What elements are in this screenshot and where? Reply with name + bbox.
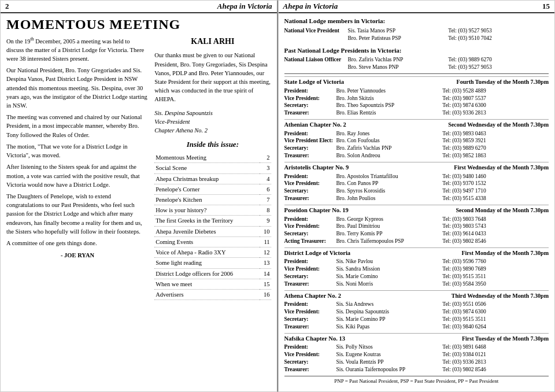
- chapter-block: District Lodge of Victoria First Monday …: [284, 247, 549, 288]
- officer-phone: Tel: (03) 9802 8546: [442, 366, 549, 373]
- past-nat-lodge-title: Past National Lodge Presidents in Victor…: [284, 46, 549, 55]
- chapter-header: Nafsika Chapter No. 13 First Tuesday of …: [284, 333, 549, 343]
- chapter-meeting-time: First Wednesday of the Month 7.30pm: [454, 164, 549, 172]
- toc-row: Ahepa Juvenile Diebetes10: [154, 226, 271, 236]
- chapter-block: State Lodge of Victoria Fourth Tuesday o…: [284, 76, 549, 117]
- toc-row: Momentous Meeting2: [154, 153, 271, 163]
- officer-role: Treasurer:: [284, 152, 336, 160]
- signature-role: Vice-President: [154, 117, 271, 126]
- left-header-title: Ahepa in Victoria: [217, 2, 272, 11]
- officer-role: Secretary:: [284, 316, 336, 323]
- officer-role: President:: [284, 87, 336, 95]
- nat-lodge-empty: [284, 35, 348, 42]
- officer-phone: Tel: (03) 9807 5537: [442, 95, 549, 102]
- officer-name: Bro. John Skitzis: [336, 95, 443, 102]
- toc-label: Ahepa Christmas breakup: [154, 173, 259, 184]
- officer-name: Bro. Theo Sapountzis PSP: [336, 102, 443, 109]
- officer-phone: Tel: (03) 9859 3921: [442, 137, 549, 145]
- chapter-meeting-time: First Monday of the Month 7.30pm: [461, 249, 549, 257]
- toc-row: The first Greeks in the Territory9: [154, 216, 271, 226]
- officer-role: Acting Treasurer:: [284, 238, 336, 245]
- chapter-block: Athenian Chapter No. 2 Second Wednesday …: [284, 119, 549, 160]
- past-nat-lodge-section: National Liaison Officer Bro. Zafiris Va…: [284, 56, 549, 71]
- toc-label: Some light reading: [154, 258, 259, 268]
- officer-role: Vice President:: [284, 180, 336, 187]
- chapter-header: District Lodge of Victoria First Monday …: [284, 247, 549, 258]
- main-title: MOMENTOUS MEETING: [6, 17, 271, 32]
- officer-name: Sis. Ourania Taifernopoulos PP: [336, 366, 443, 373]
- joe-ryan: - JOE RYAN: [6, 251, 149, 260]
- left-column: On the 19th December, 2005 a meeting was…: [6, 36, 149, 300]
- signature-block: Sis. Despina Sapountzis Vice-President C…: [154, 109, 271, 135]
- toc-table: Momentous Meeting2Social Scene3Ahepa Chr…: [154, 153, 271, 300]
- chapter-meeting-time: Fourth Tuesday of the Month 7.30pm: [457, 78, 549, 86]
- officer-role: President:: [284, 343, 336, 351]
- toc-label: When we meet: [154, 279, 259, 289]
- toc-row: Social Scene3: [154, 163, 271, 173]
- officer-phone: Tel: (03) 9515 3511: [442, 316, 549, 323]
- signature-chapter: Chapter Athena No. 2: [154, 126, 271, 135]
- chapter-meeting-time: First Tuesday of the Month 7.30pm: [462, 335, 549, 343]
- right-content: National Lodge members in Victoria: Nati…: [279, 13, 555, 391]
- officer-name: Bro. Solon Andreou: [336, 152, 443, 160]
- officer-phone: Tel: (03) 9614 0433: [442, 230, 549, 238]
- officer-role: President:: [284, 216, 336, 223]
- toc-page: 15: [260, 279, 271, 289]
- toc-row: Penelope's Corner6: [154, 184, 271, 194]
- toc-page: 3: [260, 163, 271, 173]
- officers-grid: President:Sis. Nike PavlouTel: (03) 9596…: [284, 258, 549, 287]
- officer-name: Sis. Noni Morris: [336, 280, 443, 288]
- nat-lodge-entry: National Vice President Sis. Tasia Manos…: [284, 27, 549, 42]
- chapter-name: Athenian Chapter No. 2: [284, 121, 346, 130]
- nat-lodge-phone2: Tel: (03) 9510 7042: [448, 35, 549, 42]
- officer-phone: Tel: (03) 9515 3511: [442, 273, 549, 280]
- toc-label: District Lodge officers for 2006: [154, 268, 259, 279]
- officers-grid: President:Bro. George KypreosTel: (03) 9…: [284, 216, 549, 245]
- right-page-number: 15: [542, 2, 550, 11]
- officer-phone: Tel: (03) 9803 5743: [442, 223, 549, 230]
- officer-role: Treasurer:: [284, 366, 336, 373]
- officers-grid: President:Bro. Apostolos TriantafillouTe…: [284, 173, 549, 202]
- officer-role: Vice President:: [284, 351, 336, 358]
- chapter-name: State Lodge of Victoria: [284, 78, 345, 87]
- officer-role: Secretary:: [284, 187, 336, 195]
- para-7: A committee of one gets things done.: [6, 239, 149, 247]
- toc-row: Penelope's Kitchen7: [154, 194, 271, 205]
- toc-page: 10: [260, 226, 271, 236]
- right-page: Ahepa in Victoria 15 National Lodge memb…: [278, 0, 556, 392]
- toc-page: 9: [260, 216, 271, 226]
- para-5: After listening to the Sisters speak for…: [6, 162, 149, 189]
- toc-page: 7: [260, 194, 271, 205]
- signature-name: Sis. Despina Sapountzis: [154, 109, 271, 117]
- chapters-section: State Lodge of Victoria Fourth Tuesday o…: [284, 76, 549, 373]
- officers-grid: President:Bro. Ray JonesTel: (03) 9893 0…: [284, 130, 549, 160]
- toc-page: 11: [260, 236, 271, 247]
- officer-phone: Tel: (03) 9336 2813: [442, 109, 549, 117]
- officer-phone: Tel: (03) 9584 3950: [442, 280, 549, 288]
- officer-phone: Tel: (03) 9515 4338: [442, 195, 549, 202]
- officer-role: Treasurer:: [284, 109, 336, 117]
- para-6: The Daughters of Penelope, wish to exten…: [6, 192, 149, 236]
- officer-phone: Tel: (03) 9803 7648: [442, 216, 549, 223]
- para-4: The motion, "That we vote for a District…: [6, 142, 149, 160]
- officer-name: Sis. Sandra Mission: [336, 265, 443, 273]
- toc-row: Advertisers16: [154, 289, 271, 299]
- officer-name: Sis. Sia Andrews: [336, 301, 443, 308]
- two-col-layout: On the 19th December, 2005 a meeting was…: [6, 36, 271, 300]
- chapter-header: Athena Chapter No. 2 Third Wednesday of …: [284, 290, 549, 301]
- officers-grid: President:Sis. Sia AndrewsTel: (03) 9551…: [284, 301, 549, 330]
- officer-name: Sis. Eugene Koutras: [336, 351, 443, 358]
- nat-lodge-name1: Sis. Tasia Manos PSP: [348, 27, 449, 35]
- officer-phone: Tel: (03) 9840 6264: [442, 323, 549, 331]
- nat-lodge-phone1: Tel: (03) 9527 9053: [448, 27, 549, 35]
- officer-phone: Tel: (03) 9891 6468: [442, 343, 549, 351]
- past-nat-lodge-name2: Bro. Steve Manos PNP: [348, 64, 449, 71]
- para-2: Our National President, Bro. Tony Gregor…: [6, 66, 149, 110]
- toc-page: 4: [260, 173, 271, 184]
- toc-row: Coming Events11: [154, 236, 271, 247]
- toc-label: The first Greeks in the Territory: [154, 216, 259, 226]
- toc-row: How is your history?8: [154, 205, 271, 216]
- officer-role: Treasurer:: [284, 195, 336, 202]
- chapter-meeting-time: Second Wednesday of the Month 7.30pm: [448, 121, 549, 129]
- chapter-header: Athenian Chapter No. 2 Second Wednesday …: [284, 119, 549, 130]
